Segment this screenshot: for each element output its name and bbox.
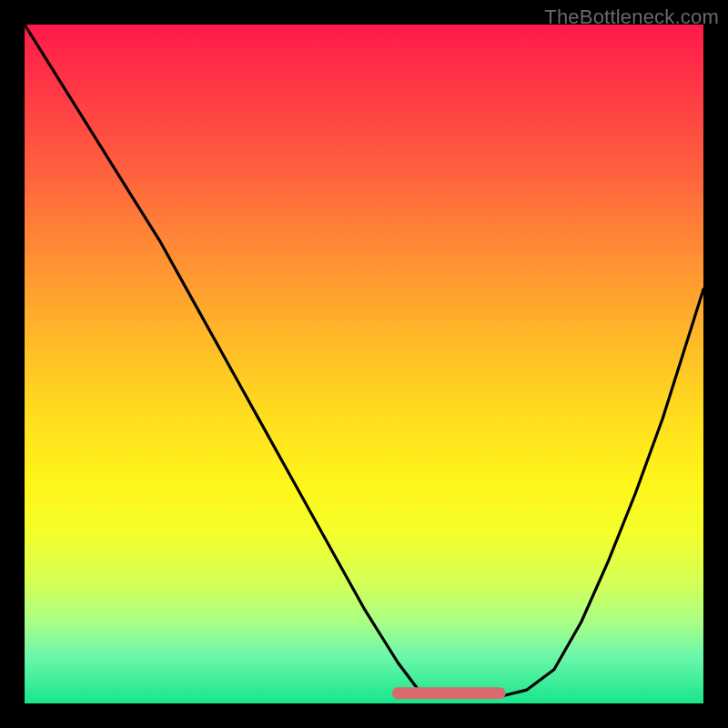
v-curve-line bbox=[25, 25, 703, 697]
chart-svg bbox=[25, 25, 703, 703]
chart-frame: TheBottleneck.com bbox=[0, 0, 728, 728]
plot-area bbox=[25, 25, 703, 703]
watermark-label: TheBottleneck.com bbox=[544, 5, 719, 29]
